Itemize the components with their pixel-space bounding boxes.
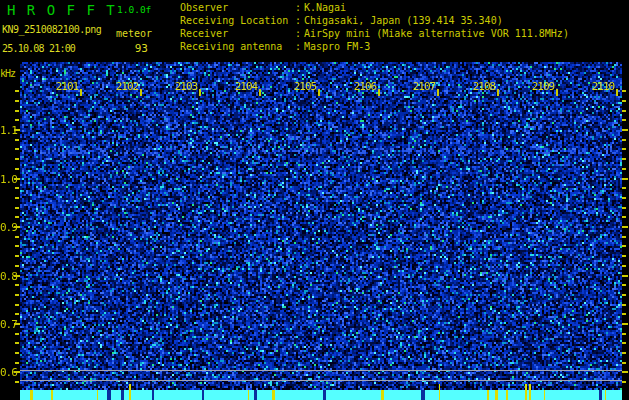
y-axis-tick-left [15,362,19,364]
y-axis-tick-right [622,313,626,315]
y-axis-tick-right [622,294,626,296]
info-value: K.Nagai [304,1,346,14]
y-axis-tick-right [622,333,626,335]
y-axis-tick-right [622,275,628,277]
station-info-row: Receiving antenna:Maspro FM-3 [180,40,569,53]
y-axis-tick-right [622,197,626,199]
x-axis-time-label: 2109 [528,80,558,93]
y-axis-tick-right [622,119,626,121]
y-axis-tick-right [622,245,626,247]
y-axis-tick-right [622,236,626,238]
y-axis-tick-left [15,381,19,383]
y-axis-tick-right [622,207,626,209]
y-axis-tick-right [622,284,626,286]
output-filename: KN9_2510082100.png [2,24,101,35]
y-axis-unit-label: kHz [0,68,15,79]
y-axis-tick-right [622,148,626,150]
y-axis-tick-left [15,187,19,189]
y-axis-label: 1.1 [0,124,14,137]
y-axis-tick-left [15,110,19,112]
x-axis-time-label: 2106 [350,80,380,93]
y-axis-tick-right [622,352,626,354]
y-axis-tick-right [622,100,626,102]
y-axis-label: 0.9 [0,221,14,234]
y-axis-tick-left [15,255,19,257]
y-axis-tick-left [15,313,19,315]
station-info-row: Receiving Location:Chigasaki, Japan (139… [180,14,569,27]
y-axis-tick-right [622,304,626,306]
info-label: Receiver [180,27,292,40]
x-axis-time-label: 2103 [171,80,201,93]
y-axis-tick-left [15,294,19,296]
info-label: Observer [180,1,292,14]
y-axis-tick-right [622,226,628,228]
info-label: Receiving antenna [180,40,292,53]
info-separator: : [292,14,304,27]
y-axis-tick-left [15,216,19,218]
observation-datetime: 25.10.08 21:00 [2,43,75,54]
y-axis-label: 0.6 [0,366,14,379]
y-axis-tick-left [15,139,19,141]
y-axis-label: 0.7 [0,318,14,331]
hrofft-window: H R O F F T 1.0.0f KN9_2510082100.png me… [0,0,629,400]
y-axis-tick-right [622,255,626,257]
info-separator: : [292,40,304,53]
info-value: Chigasaki, Japan (139.414 35.340) [304,14,503,27]
y-axis-tick-right [622,158,626,160]
y-axis-tick-left [15,342,19,344]
y-axis-tick-right [622,216,626,218]
y-axis-tick-left [15,245,19,247]
y-axis-tick-left [15,333,19,335]
station-info-row: Receiver:AirSpy mini (Miake alternative … [180,27,569,40]
y-axis-tick-right [622,168,626,170]
y-axis-label: 1.0 [0,173,14,186]
y-axis-tick-left [15,304,19,306]
y-axis-tick-right [622,381,626,383]
app-version: 1.0.0f [117,4,151,15]
y-axis-tick-left [15,158,19,160]
app-title: H R O F F T [7,2,116,18]
y-axis-tick-left [15,207,19,209]
y-axis-tick-right [622,371,628,373]
info-label: Receiving Location [180,14,292,27]
y-axis-tick-left [15,90,19,92]
x-axis-time-label: 2101 [52,80,82,93]
y-axis-tick-left [15,236,19,238]
y-axis-tick-right [622,323,628,325]
meteor-label: meteor [116,28,152,39]
x-axis-time-label: 2110 [588,80,618,93]
y-axis-tick-right [622,129,628,131]
spectrogram-canvas [20,62,622,400]
y-axis-tick-left [15,119,19,121]
y-axis-tick-right [622,90,626,92]
y-axis-tick-right [622,265,626,267]
x-axis-time-label: 2104 [231,80,261,93]
station-info-row: Observer:K.Nagai [180,1,569,14]
x-axis-time-label: 2102 [112,80,142,93]
info-value: Maspro FM-3 [304,40,370,53]
station-info-block: Observer:K.NagaiReceiving Location:Chiga… [180,1,569,53]
info-value: AirSpy mini (Miake alternative VOR 111.8… [304,27,569,40]
meteor-count: 93 [128,42,148,55]
x-axis-time-label: 2108 [469,80,499,93]
y-axis-tick-right [622,110,626,112]
x-axis-time-label: 2107 [409,80,439,93]
y-axis-tick-left [15,168,19,170]
y-axis-tick-right [622,178,628,180]
y-axis-tick-right [622,139,626,141]
x-axis-time-label: 2105 [290,80,320,93]
info-separator: : [292,1,304,14]
y-axis-tick-left [15,284,19,286]
info-separator: : [292,27,304,40]
y-axis-tick-left [15,100,19,102]
y-axis-tick-left [15,265,19,267]
y-axis-tick-left [15,352,19,354]
y-axis-tick-right [622,187,626,189]
y-axis-label: 0.8 [0,270,14,283]
y-axis-tick-right [622,362,626,364]
y-axis-tick-left [15,148,19,150]
y-axis-tick-right [622,342,626,344]
y-axis-tick-left [15,197,19,199]
